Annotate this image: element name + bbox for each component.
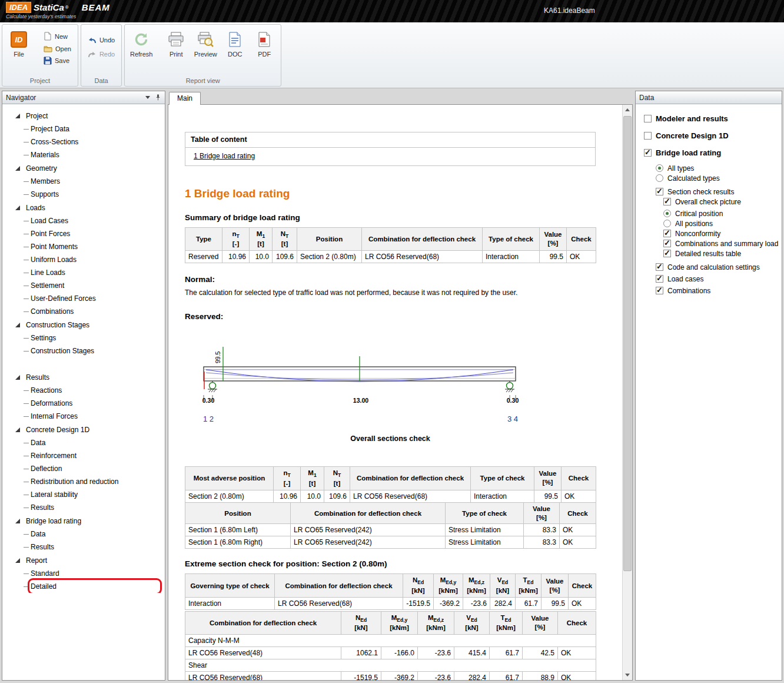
new-button[interactable]: New [40, 31, 75, 42]
expander-icon[interactable] [15, 166, 20, 171]
checkbox[interactable] [656, 287, 663, 294]
nav-item-deformations[interactable]: Deformations [8, 397, 165, 410]
scrollbar-thumb[interactable] [623, 116, 632, 571]
option-load-cases[interactable]: Load cases [644, 274, 782, 284]
radio-button[interactable] [656, 164, 663, 172]
nav-item-bridge-data[interactable]: Data [8, 528, 165, 541]
checkbox[interactable] [644, 132, 652, 140]
app-name: BEAM [82, 2, 110, 12]
expander-icon[interactable] [15, 558, 20, 563]
checkbox[interactable] [656, 263, 663, 271]
cell-type-of-check: Interaction [483, 251, 540, 263]
nav-item-bridge-results[interactable]: Results [8, 541, 165, 553]
radio-button[interactable] [656, 174, 663, 182]
extreme-row: Interaction LR CO56 Reserved(68) -1519.5… [185, 597, 596, 609]
nav-item-concrete-data[interactable]: Data [8, 436, 165, 449]
nav-item-project-data[interactable]: Project Data [8, 122, 165, 135]
option-combinations-and-summary-load[interactable]: Combinations and summary load [644, 238, 782, 248]
toc-title: Table of content [185, 132, 595, 148]
nav-item-settings[interactable]: Settings [8, 331, 165, 344]
nav-item-supports[interactable]: Supports [8, 188, 165, 201]
option-critical-position[interactable]: Critical position [644, 208, 782, 218]
nav-group-geometry[interactable]: Geometry [8, 162, 165, 175]
nav-item-report-detailed[interactable]: Detailed [8, 580, 165, 593]
checkbox[interactable] [663, 230, 671, 237]
option-all-types[interactable]: All types [644, 163, 782, 173]
redo-button[interactable]: Redo [84, 49, 118, 59]
save-button[interactable]: Save [40, 55, 75, 66]
option-overall-check-picture[interactable]: Overall check picture [644, 197, 782, 207]
nav-group-bridge-load-rating[interactable]: Bridge load rating [8, 515, 165, 528]
expander-icon[interactable] [15, 205, 20, 210]
option-detailed-results-table[interactable]: Detailed results table [644, 248, 782, 258]
checkbox[interactable] [663, 240, 671, 247]
doc-export-button[interactable]: DOC [221, 27, 248, 59]
expander-icon[interactable] [15, 427, 20, 432]
cell-combination: LR CO56 Reserved(68) [362, 251, 483, 263]
refresh-button[interactable]: Refresh [128, 27, 155, 59]
toc-link-bridge-load-rating[interactable]: 1 Bridge load rating [194, 152, 255, 160]
expander-icon[interactable] [15, 114, 20, 118]
scroll-down-button[interactable] [623, 670, 632, 680]
pdf-export-button[interactable]: PDF [251, 27, 278, 59]
nav-item-user-defined-forces[interactable]: User-Defined Forces [8, 292, 165, 305]
expander-icon[interactable] [15, 519, 20, 523]
nav-group-project[interactable]: Project [8, 110, 165, 122]
nav-group-concrete-design-1d[interactable]: Concrete Design 1D [8, 423, 165, 436]
option-modeler-and-results[interactable]: Modeler and results [644, 110, 782, 127]
nav-item-concrete-results[interactable]: Results [8, 501, 165, 514]
chevron-down-icon[interactable] [145, 96, 150, 99]
nav-item-line-loads[interactable]: Line Loads [8, 266, 165, 279]
nav-item-point-forces[interactable]: Point Forces [8, 227, 165, 240]
expander-icon[interactable] [15, 375, 20, 380]
checkbox[interactable] [644, 115, 652, 122]
nav-item-internal-forces[interactable]: Internal Forces [8, 410, 165, 423]
option-section-check-results[interactable]: Section check results [644, 187, 782, 197]
checkbox[interactable] [644, 149, 652, 157]
nav-item-cross-sections[interactable]: Cross-Sections [8, 135, 165, 148]
pin-icon[interactable] [155, 94, 161, 101]
nav-item-combinations[interactable]: Combinations [8, 305, 165, 318]
option-all-positions[interactable]: All positions [644, 218, 782, 228]
checkbox[interactable] [663, 198, 671, 205]
option-nonconformity[interactable]: Nonconformity [644, 228, 782, 238]
checkbox[interactable] [656, 275, 663, 283]
expander-icon[interactable] [15, 323, 20, 327]
nav-group-report[interactable]: Report [8, 554, 165, 567]
scrollbar-track[interactable] [623, 115, 632, 670]
nav-group-results[interactable]: Results [8, 371, 165, 384]
nav-item-construction-stages[interactable]: Construction Stages [8, 344, 165, 357]
nav-item-point-moments[interactable]: Point Moments [8, 240, 165, 253]
nav-item-settlement[interactable]: Settlement [8, 279, 165, 292]
nav-item-reinforcement[interactable]: Reinforcement [8, 449, 165, 462]
nav-item-materials[interactable]: Materials [8, 148, 165, 161]
nav-item-lateral-stability[interactable]: Lateral stability [8, 488, 165, 501]
checkbox[interactable] [663, 250, 671, 257]
vertical-scrollbar[interactable] [622, 105, 632, 680]
nav-item-load-cases[interactable]: Load Cases [8, 214, 165, 227]
preview-button[interactable]: Preview [192, 27, 219, 59]
option-bridge-load-rating[interactable]: Bridge load rating [644, 144, 782, 161]
nav-item-uniform-loads[interactable]: Uniform Loads [8, 253, 165, 266]
print-button[interactable]: Print [162, 27, 190, 59]
open-button[interactable]: Open [40, 44, 75, 54]
nav-group-loads[interactable]: Loads [8, 201, 165, 214]
option-combinations[interactable]: Combinations [644, 286, 782, 296]
nav-item-deflection[interactable]: Deflection [8, 462, 165, 475]
scroll-up-button[interactable] [623, 105, 632, 115]
undo-button[interactable]: Undo [84, 35, 118, 45]
checkbox[interactable] [656, 188, 663, 195]
undo-button-label: Undo [99, 37, 115, 44]
option-code-and-calculation-settings[interactable]: Code and calculation settings [644, 262, 782, 272]
option-calculated-types[interactable]: Calculated types [644, 173, 782, 183]
nav-item-redistribution[interactable]: Redistribution and reduction [8, 475, 165, 488]
file-button[interactable]: ID File [5, 27, 32, 59]
nav-group-construction-stages[interactable]: Construction Stages [8, 319, 165, 331]
option-concrete-design-1d[interactable]: Concrete Design 1D [644, 127, 782, 144]
nav-item-members[interactable]: Members [8, 175, 165, 188]
radio-button[interactable] [663, 220, 671, 227]
nav-item-reactions[interactable]: Reactions [8, 384, 165, 397]
nav-item-report-standard[interactable]: Standard [8, 567, 165, 580]
tab-main[interactable]: Main [169, 92, 201, 105]
radio-button[interactable] [663, 210, 671, 217]
